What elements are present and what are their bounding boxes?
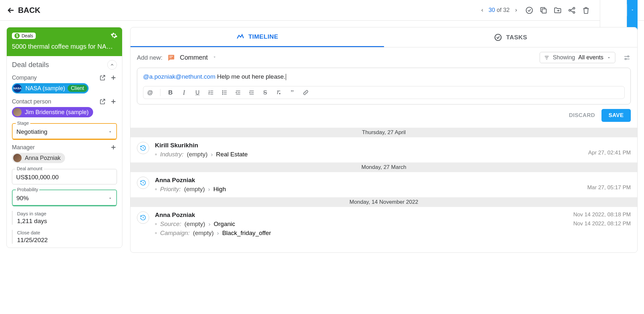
entry-old-value: (empty) bbox=[184, 221, 205, 228]
collapse-button[interactable] bbox=[107, 60, 117, 70]
deal-title: 5000 thermal coffee mugs for NASA (... bbox=[12, 43, 117, 50]
manager-name: Anna Pozniak bbox=[24, 155, 64, 162]
add-icon[interactable] bbox=[110, 74, 117, 81]
composer-toolbar: @ B I U S ” bbox=[143, 86, 625, 99]
outdent-button[interactable] bbox=[235, 89, 242, 96]
link-button[interactable] bbox=[302, 89, 309, 96]
entry-field: Source: bbox=[160, 221, 181, 228]
history-icon bbox=[137, 177, 149, 189]
entry-new-value: Real Estate bbox=[216, 151, 248, 158]
back-button[interactable]: BACK bbox=[6, 6, 40, 15]
entry-field: Industry: bbox=[160, 151, 184, 158]
trash-icon[interactable] bbox=[582, 6, 590, 15]
company-label: Company bbox=[12, 74, 37, 81]
add-new-type[interactable]: Comment bbox=[180, 54, 208, 61]
share-icon[interactable] bbox=[568, 6, 576, 15]
stage-select[interactable]: Stage Negotiating bbox=[12, 123, 117, 139]
stage-value: Negotiating bbox=[16, 128, 47, 135]
entry-timestamp: Nov 14 2022, 08:18 PM bbox=[573, 211, 631, 218]
folder-move-icon[interactable] bbox=[553, 6, 562, 15]
entry-field: Priority: bbox=[160, 186, 181, 193]
entry-new-value: Black_friday_offer bbox=[222, 230, 271, 237]
svg-point-7 bbox=[222, 92, 223, 93]
date-separator: Thursday, 27 April bbox=[130, 128, 637, 137]
arrow-right-icon: › bbox=[211, 151, 213, 158]
amount-field[interactable]: Deal amount US$100,000.00 bbox=[12, 169, 117, 184]
add-icon[interactable] bbox=[110, 98, 117, 105]
open-external-icon[interactable] bbox=[99, 74, 106, 81]
save-button[interactable]: SAVE bbox=[601, 109, 631, 122]
copy-icon[interactable] bbox=[539, 6, 548, 15]
add-new-dropdown[interactable] bbox=[212, 54, 217, 61]
manager-label: Manager bbox=[12, 144, 35, 151]
svg-point-0 bbox=[526, 7, 533, 14]
history-icon bbox=[137, 142, 149, 154]
bold-button[interactable]: B bbox=[167, 89, 174, 96]
filter-value: All events bbox=[578, 54, 603, 61]
tab-timeline[interactable]: TIMELINE bbox=[130, 27, 384, 47]
timeline-icon bbox=[236, 33, 245, 41]
underline-button[interactable]: U bbox=[194, 89, 201, 96]
timeline-entry: Anna Pozniak Priority: (empty) › High Ma… bbox=[130, 172, 637, 197]
probability-value: 90% bbox=[16, 195, 29, 202]
contact-avatar bbox=[13, 108, 22, 116]
probability-label: Probability bbox=[16, 187, 39, 192]
tab-tasks[interactable]: TASKS bbox=[384, 27, 638, 47]
check-circle-icon[interactable] bbox=[525, 6, 533, 15]
entry-field: Campaign: bbox=[160, 230, 190, 237]
clear-format-button[interactable] bbox=[275, 89, 282, 96]
timeline-entry: Kirill Skurikhin Industry: (empty) › Rea… bbox=[130, 137, 637, 162]
section-title: Deal details bbox=[12, 61, 49, 69]
nasa-avatar: NASA bbox=[13, 84, 22, 93]
close-date: Close date 11/25/2022 bbox=[12, 230, 117, 244]
bullet-icon bbox=[155, 188, 157, 190]
pager-current: 30 bbox=[489, 7, 495, 13]
company-chip[interactable]: NASA NASA (sample) Client bbox=[12, 83, 89, 93]
unordered-list-button[interactable] bbox=[221, 89, 228, 96]
arrow-right-icon: › bbox=[217, 230, 219, 237]
chevron-down-icon bbox=[607, 55, 611, 60]
gear-icon[interactable] bbox=[111, 32, 118, 39]
stage-label: Stage bbox=[16, 121, 30, 126]
discard-button[interactable]: DISCARD bbox=[569, 112, 595, 119]
new-button-dropdown[interactable] bbox=[627, 4, 638, 16]
contact-label: Contact person bbox=[12, 98, 51, 105]
composer-text[interactable]: @a.pozniak@nethunt.com Help me out here … bbox=[143, 73, 625, 80]
chevron-down-icon bbox=[108, 196, 112, 201]
entry-author: Anna Pozniak bbox=[155, 177, 631, 184]
italic-button[interactable]: I bbox=[180, 89, 187, 96]
filter-icon bbox=[544, 55, 550, 61]
entry-timestamp: Apr 27, 02:41 PM bbox=[588, 150, 631, 156]
indent-button[interactable] bbox=[248, 89, 255, 96]
comment-composer[interactable]: @a.pozniak@nethunt.com Help me out here … bbox=[137, 68, 631, 104]
history-icon bbox=[137, 211, 149, 224]
arrow-left-icon bbox=[6, 6, 15, 15]
mention-button[interactable]: @ bbox=[147, 89, 154, 96]
add-icon[interactable] bbox=[110, 144, 117, 151]
close-value: 11/25/2022 bbox=[17, 237, 116, 244]
days-in-stage: Days in stage 1,211 days bbox=[12, 211, 117, 225]
quote-button[interactable]: ” bbox=[289, 89, 296, 96]
svg-point-6 bbox=[222, 91, 223, 91]
main-panel: TIMELINE TASKS Add new: Comment Showing … bbox=[130, 27, 638, 253]
open-external-icon[interactable] bbox=[99, 98, 106, 105]
sliders-icon[interactable] bbox=[623, 54, 631, 62]
events-filter[interactable]: Showing All events bbox=[540, 52, 615, 63]
dollar-icon: $ bbox=[14, 33, 20, 38]
pager-prev[interactable] bbox=[479, 7, 485, 14]
probability-select[interactable]: Probability 90% bbox=[12, 190, 117, 206]
pager: 30 of 32 bbox=[479, 7, 519, 14]
strikethrough-button[interactable]: S bbox=[262, 89, 269, 96]
manager-chip[interactable]: Anna Pozniak bbox=[12, 153, 65, 163]
bullet-icon bbox=[155, 223, 157, 225]
amount-value: US$100,000.00 bbox=[16, 174, 59, 181]
manager-avatar bbox=[13, 154, 22, 162]
pager-next[interactable] bbox=[513, 7, 519, 14]
ordered-list-button[interactable] bbox=[207, 89, 215, 96]
add-new-label: Add new: bbox=[137, 54, 162, 61]
mention[interactable]: @a.pozniak@nethunt.com bbox=[143, 73, 215, 80]
bullet-icon bbox=[155, 232, 157, 234]
arrow-right-icon: › bbox=[208, 221, 210, 228]
contact-chip[interactable]: Jim Bridenstine (sample) bbox=[12, 107, 93, 117]
entry-new-value: High bbox=[213, 186, 226, 193]
